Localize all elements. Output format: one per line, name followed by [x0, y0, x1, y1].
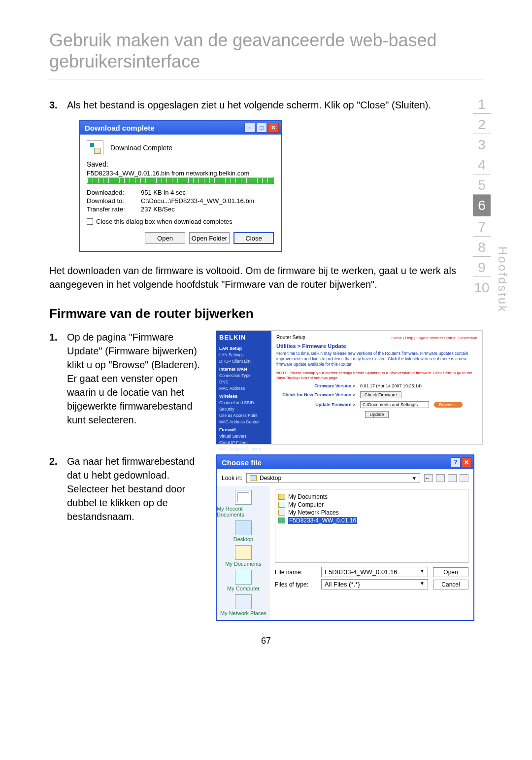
side-item: MAC Address Control [219, 419, 268, 424]
view-menu-icon[interactable] [460, 474, 468, 482]
router-section-title: Utilities > Firmware Update [276, 343, 477, 349]
close-button[interactable]: Close [233, 232, 274, 244]
look-in-label: Look in: [222, 475, 242, 482]
files-of-type-label: Files of type: [275, 581, 316, 588]
list-item[interactable]: My Documents [278, 493, 465, 500]
side-item: Use as Access Point [219, 413, 268, 418]
side-item: Channel and SSID [219, 400, 268, 405]
place-my-network[interactable]: My Network Places [220, 594, 266, 616]
file-name-label: File name: [275, 569, 316, 576]
help-icon[interactable]: ? [451, 457, 461, 467]
update-button[interactable]: Update [365, 411, 388, 418]
download-header-text: Download Complete [110, 144, 172, 152]
firmware-step-1: 1. Op de pagina "Firmware Update" (Firmw… [49, 330, 202, 427]
list-item[interactable]: My Network Places [278, 509, 465, 516]
page-number: 67 [49, 636, 483, 646]
close-icon[interactable]: ✕ [462, 457, 471, 467]
maximize-icon[interactable]: □ [256, 123, 267, 133]
desktop-icon [250, 475, 257, 481]
router-sidebar: BELKIN LAN Setup LAN Settings DHCP Clien… [216, 331, 271, 444]
place-recent-documents[interactable]: My Recent Documents [217, 490, 270, 518]
chapter-nav-10[interactable]: 10 [473, 277, 491, 297]
choose-file-dialog: Choose file ? ✕ Look in: Desktop ▼ [216, 454, 474, 621]
router-description: From time to time, Belkin may release ne… [276, 351, 477, 367]
firmware-version-value: 0.01.17 (Apr 14 2007 19:25:14) [360, 383, 422, 388]
side-item: DHCP Client List [219, 359, 268, 364]
chapter-nav-5[interactable]: 5 [473, 174, 491, 195]
chapter-nav-1[interactable]: 1 [473, 94, 491, 114]
side-item: MAC Address [219, 386, 268, 391]
brand-logo: BELKIN [219, 334, 268, 341]
download-to-label: Download to: [87, 197, 141, 205]
browse-button[interactable]: Browse... [434, 402, 463, 408]
download-complete-dialog: Download complete – □ ✕ Download Complet… [79, 120, 282, 252]
choose-file-titlebar: Choose file ? ✕ [217, 455, 473, 469]
place-my-documents[interactable]: My Documents [225, 545, 261, 567]
file-list[interactable]: My Documents My Computer My Network Plac… [275, 489, 468, 563]
side-internet-wan: Internet WAN [219, 367, 268, 372]
close-when-complete-checkbox[interactable] [87, 218, 93, 225]
transfer-rate-value: 237 KB/Sec [141, 206, 175, 213]
firmware-step-1-number: 1. [49, 330, 60, 427]
downloaded-label: Downloaded: [87, 189, 141, 196]
router-breadcrumb: Router Setup [276, 335, 305, 340]
chapter-navigation: 12345678910 Hoofdstuk [473, 94, 509, 313]
file-name-input[interactable]: F5D8233-4_WW_0.01.16▼ [321, 567, 428, 577]
download-icon [87, 140, 103, 155]
up-folder-icon[interactable] [436, 474, 445, 482]
chapter-nav-4[interactable]: 4 [473, 154, 491, 174]
list-item-selected[interactable]: F5D8233-4_WW_0.01.16 [278, 517, 465, 524]
minimize-icon[interactable]: – [244, 123, 255, 133]
dialog-titlebar: Download complete – □ ✕ [80, 121, 281, 135]
router-warning-note: NOTE: Please backup your current setting… [276, 371, 477, 381]
open-button[interactable]: Open [433, 567, 468, 577]
chapter-nav-3[interactable]: 3 [473, 134, 491, 154]
chapter-label: Hoofdstuk [496, 94, 509, 313]
progress-bar [87, 177, 274, 184]
title-rule [49, 79, 483, 79]
side-item: LAN Settings [219, 352, 268, 357]
choose-file-title: Choose file [222, 458, 262, 467]
firmware-step-1-text: Op de pagina "Firmware Update" (Firmware… [67, 330, 202, 427]
router-setup-screenshot: BELKIN LAN Setup LAN Settings DHCP Clien… [216, 330, 483, 445]
update-firmware-label: Update Firmware > [276, 402, 355, 407]
chapter-nav-9[interactable]: 9 [473, 257, 491, 277]
place-my-computer[interactable]: My Computer [227, 570, 260, 591]
chevron-down-icon: ▼ [420, 568, 425, 576]
side-item: MAC Address Filtering [219, 447, 268, 451]
chapter-nav-2[interactable]: 2 [473, 114, 491, 134]
close-when-complete-label: Close this dialog box when download comp… [96, 218, 233, 225]
download-to-value: C:\Docu...\F5D8233-4_WW_0.01.16.bin [141, 197, 254, 205]
places-bar: My Recent Documents Desktop My Documents… [217, 486, 270, 620]
chapter-nav-6[interactable]: 6 [473, 195, 491, 216]
open-folder-button[interactable]: Open Folder [189, 232, 230, 244]
firmware-step-2-number: 2. [49, 454, 60, 523]
place-desktop[interactable]: Desktop [233, 520, 253, 542]
side-firewall: Firewall [219, 427, 268, 432]
side-item: Security [219, 407, 268, 412]
chevron-down-icon: ▼ [420, 581, 425, 588]
step-3-number: 3. [49, 98, 60, 112]
back-icon[interactable]: ← [424, 474, 433, 482]
files-of-type-select[interactable]: All Files (*.*)▼ [321, 579, 428, 589]
saved-filename: F5D8233-4_WW_0.01.16.bin from networking… [87, 170, 274, 177]
firmware-path-input[interactable]: C:\Documents and Settings\ [360, 401, 429, 408]
dialog-title: Download complete [85, 124, 155, 132]
chapter-nav-7[interactable]: 7 [473, 216, 491, 237]
cancel-button[interactable]: Cancel [433, 580, 468, 589]
side-lan-setup: LAN Setup [219, 346, 268, 351]
list-item[interactable]: My Computer [278, 501, 465, 508]
chevron-down-icon: ▼ [412, 476, 417, 481]
firmware-step-2: 2. Ga naar het firmwarebestand dat u heb… [49, 454, 202, 523]
open-button[interactable]: Open [145, 232, 185, 244]
step-3-text: Als het bestand is opgeslagen ziet u het… [67, 98, 431, 112]
look-in-select[interactable]: Desktop ▼ [246, 473, 420, 483]
side-item: DNS [219, 380, 268, 384]
check-firmware-button[interactable]: Check Firmware [360, 391, 401, 398]
router-header-links[interactable]: Home | Help | Logout Internet Status: Co… [392, 336, 477, 340]
close-icon[interactable]: ✕ [268, 123, 279, 133]
new-folder-icon[interactable] [448, 474, 457, 482]
firmware-subheading: Firmware van de router bijwerken [49, 306, 483, 321]
post-download-paragraph: Het downloaden van de firmware is voltoo… [49, 264, 483, 291]
chapter-nav-8[interactable]: 8 [473, 237, 491, 257]
